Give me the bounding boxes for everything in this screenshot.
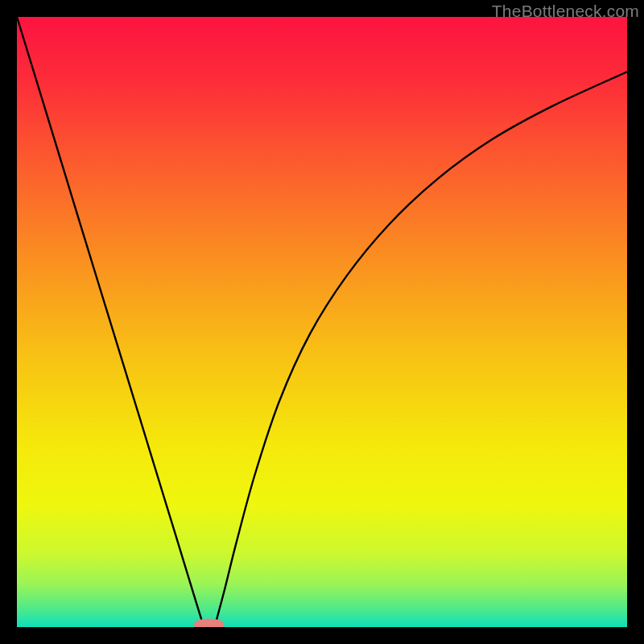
- watermark-label: TheBottleneck.com: [492, 2, 639, 21]
- bottleneck-chart: [17, 17, 627, 627]
- chart-frame: [17, 17, 627, 627]
- gradient-background: [17, 17, 627, 627]
